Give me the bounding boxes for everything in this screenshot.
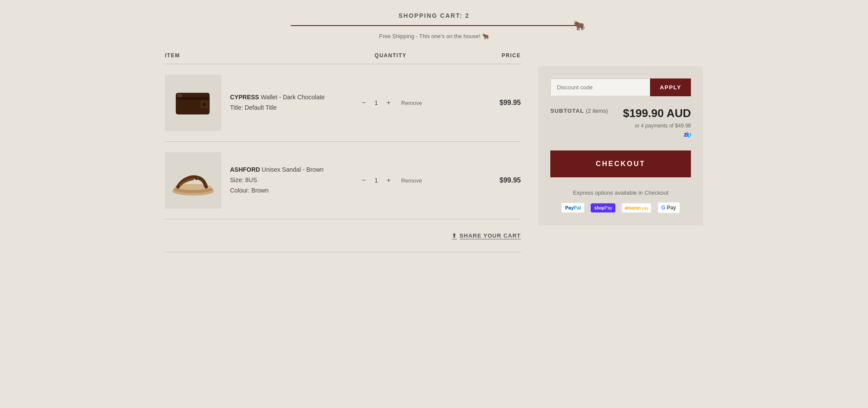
- remove-ashford[interactable]: Remove: [401, 177, 422, 184]
- table-row: CYPRESS Wallet - Dark Chocolate Title: D…: [165, 64, 521, 142]
- remove-cypress[interactable]: Remove: [401, 100, 422, 106]
- gpay-logo: G Pay: [658, 202, 680, 213]
- sidebar: APPLY SUBTOTAL (2 items) $199.90 AUD or …: [538, 66, 703, 225]
- checkout-button[interactable]: CHECKOUT: [550, 150, 691, 177]
- qty-value-ashford: 1: [373, 177, 380, 184]
- increase-qty-ashford[interactable]: +: [384, 176, 393, 185]
- svg-rect-4: [177, 94, 182, 97]
- progress-line: [291, 25, 577, 26]
- main-content: ITEM QUANTITY PRICE: [130, 47, 738, 252]
- discount-row: APPLY: [550, 78, 691, 96]
- product-info-ashford: ASHFORD Unisex Sandal - Brown Size: 8US …: [165, 152, 347, 209]
- subtotal-label: SUBTOTAL (2 items): [550, 107, 608, 114]
- product-name-ashford: ASHFORD Unisex Sandal - Brown: [230, 165, 324, 175]
- product-info-cypress: CYPRESS Wallet - Dark Chocolate Title: D…: [165, 75, 347, 131]
- subtotal-text: SUBTOTAL: [550, 108, 584, 114]
- wallet-svg: [174, 88, 213, 118]
- price-ashford: $99.95: [434, 176, 521, 184]
- table-row: ASHFORD Unisex Sandal - Brown Size: 8US …: [165, 142, 521, 219]
- express-options-text: Express options available in Checkout: [550, 189, 691, 196]
- apply-button[interactable]: APPLY: [650, 78, 691, 96]
- page-header: SHOPPING CART: 2 🐂 Free Shipping - This …: [0, 0, 868, 47]
- subtotal-items: (2 items): [586, 108, 608, 114]
- zip-brand: zip: [684, 131, 691, 138]
- subtotal-amount: $199.90 AUD: [623, 107, 691, 120]
- paypal-logo: PayPal: [561, 202, 585, 213]
- product-colour-ashford: Colour: Brown: [230, 186, 324, 196]
- price-cypress: $99.95: [434, 99, 521, 107]
- column-item: ITEM: [165, 52, 347, 59]
- share-cart-button[interactable]: ⬆ SHARE YOUR CART: [452, 232, 521, 239]
- payment-logos: PayPal shopPay amazon pay G Pay: [550, 202, 691, 213]
- shoppay-logo: shopPay: [591, 203, 615, 212]
- increase-qty-cypress[interactable]: +: [384, 98, 393, 107]
- discount-input[interactable]: [550, 78, 650, 96]
- decrease-qty-ashford[interactable]: −: [359, 176, 368, 185]
- product-image-wallet: [165, 75, 221, 131]
- cart-header: ITEM QUANTITY PRICE: [165, 47, 521, 64]
- free-shipping-text: Free Shipping - This one's on the house!…: [9, 33, 859, 39]
- decrease-qty-cypress[interactable]: −: [359, 98, 368, 107]
- product-title-cypress: Title: Default Title: [230, 103, 325, 113]
- zip-logo: zip: [550, 131, 691, 138]
- product-details-ashford: ASHFORD Unisex Sandal - Brown Size: 8US …: [230, 165, 324, 196]
- quantity-control-cypress: − 1 + Remove: [347, 98, 434, 107]
- installments-text: or 4 payments of $49.98: [550, 123, 691, 129]
- column-quantity: QUANTITY: [347, 52, 434, 59]
- sandal-svg: [169, 164, 217, 197]
- svg-point-3: [203, 103, 206, 106]
- bull-icon: 🐂: [573, 20, 585, 31]
- product-size-ashford: Size: 8US: [230, 175, 324, 186]
- product-image-sandal: [165, 152, 221, 209]
- product-details-cypress: CYPRESS Wallet - Dark Chocolate Title: D…: [230, 92, 325, 113]
- column-price: PRICE: [434, 52, 521, 59]
- qty-value-cypress: 1: [373, 99, 380, 106]
- share-icon: ⬆: [452, 232, 457, 239]
- svg-rect-1: [176, 97, 210, 100]
- subtotal-row: SUBTOTAL (2 items) $199.90 AUD: [550, 107, 691, 120]
- cart-section: ITEM QUANTITY PRICE: [165, 47, 521, 252]
- share-cart-label: SHARE YOUR CART: [460, 232, 521, 239]
- progress-bar-container: 🐂: [291, 25, 577, 26]
- cart-bottom: ⬆ SHARE YOUR CART: [165, 219, 521, 252]
- product-name-cypress: CYPRESS Wallet - Dark Chocolate: [230, 92, 325, 103]
- quantity-control-ashford: − 1 + Remove: [347, 176, 434, 185]
- amazonpay-logo: amazon pay: [621, 203, 651, 213]
- page-title: SHOPPING CART: 2: [9, 12, 859, 19]
